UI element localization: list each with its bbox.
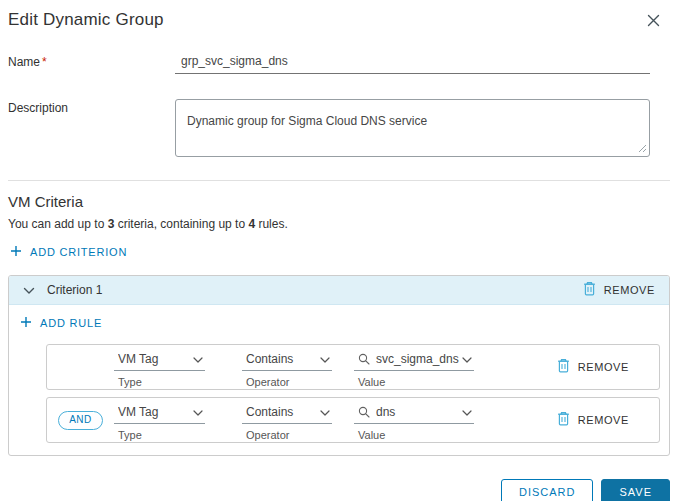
name-input[interactable] xyxy=(175,53,650,74)
rule-value-combobox[interactable]: dns xyxy=(354,405,474,424)
rule-value-value: svc_sigma_dns xyxy=(376,352,462,366)
rule-type-field: VM Tag Type xyxy=(114,398,205,441)
add-criterion-button[interactable]: ADD CRITERION xyxy=(10,245,127,259)
criteria-subtext: You can add up to 3 criteria, containing… xyxy=(8,217,670,231)
rule-operator-field: Contains Operator xyxy=(242,398,332,441)
plus-icon xyxy=(10,245,22,259)
criterion-title: Criterion 1 xyxy=(47,283,102,297)
trash-icon xyxy=(557,411,570,429)
rule-type-label: Type xyxy=(114,429,205,441)
rule-value-field: svc_sigma_dns Value xyxy=(354,345,474,388)
criterion-header[interactable]: Criterion 1 REMOVE xyxy=(9,276,669,305)
search-icon xyxy=(358,353,370,365)
description-textarea[interactable]: Dynamic group for Sigma Cloud DNS servic… xyxy=(175,99,650,157)
chevron-down-icon xyxy=(320,352,330,366)
description-label: Description xyxy=(8,99,175,115)
remove-rule-button[interactable]: REMOVE xyxy=(557,411,629,429)
chevron-down-icon xyxy=(320,405,330,419)
add-criterion-label: ADD CRITERION xyxy=(30,246,127,258)
close-button[interactable] xyxy=(645,12,662,29)
trash-icon xyxy=(557,358,570,376)
resize-handle-icon[interactable] xyxy=(638,144,647,153)
rule-type-select[interactable]: VM Tag xyxy=(114,405,205,424)
chevron-down-icon xyxy=(193,405,203,419)
subtext-part2: criteria, containing up to xyxy=(114,217,248,231)
add-rule-label: ADD RULE xyxy=(40,317,102,329)
rule-row: VM Tag Type Contains Operator xyxy=(46,344,660,390)
section-divider xyxy=(8,180,670,181)
chevron-down-icon xyxy=(462,352,472,366)
rule-operator-value: Contains xyxy=(246,405,320,419)
rule-operator-label: Operator xyxy=(242,429,332,441)
remove-rule-label: REMOVE xyxy=(578,414,629,426)
rule-operator-label: Operator xyxy=(242,376,332,388)
criterion-panel: Criterion 1 REMOVE ADD RULE VM Tag xyxy=(8,275,670,456)
chevron-down-icon xyxy=(462,405,472,419)
vm-criteria-heading: VM Criteria xyxy=(8,193,670,210)
subtext-part3: rules. xyxy=(255,217,288,231)
rule-operator-select[interactable]: Contains xyxy=(242,405,332,424)
plus-icon xyxy=(20,316,32,330)
rule-operator-value: Contains xyxy=(246,352,320,366)
rule-row: AND VM Tag Type Contains Opera xyxy=(46,397,660,443)
criterion-body: ADD RULE VM Tag Type Contains xyxy=(9,305,669,455)
search-icon xyxy=(358,406,370,418)
rule-value-value: dns xyxy=(376,405,462,419)
rule-value-label: Value xyxy=(354,429,474,441)
name-row: Name* xyxy=(8,53,670,74)
rule-type-select[interactable]: VM Tag xyxy=(114,352,205,371)
rule-type-field: VM Tag Type xyxy=(114,345,205,388)
close-icon xyxy=(647,15,660,30)
remove-rule-label: REMOVE xyxy=(578,361,629,373)
add-rule-button[interactable]: ADD RULE xyxy=(20,316,102,330)
dialog-footer: DISCARD SAVE xyxy=(8,479,670,501)
trash-icon xyxy=(583,281,596,299)
and-conjunction-badge[interactable]: AND xyxy=(58,411,103,430)
chevron-down-icon[interactable] xyxy=(23,281,35,299)
rule-operator-select[interactable]: Contains xyxy=(242,352,332,371)
rule-operator-field: Contains Operator xyxy=(242,345,332,388)
rule-type-value: VM Tag xyxy=(118,352,193,366)
chevron-down-icon xyxy=(193,352,203,366)
conjunction-slot: AND xyxy=(47,398,114,442)
page-title: Edit Dynamic Group xyxy=(8,10,164,30)
description-field-wrap: Dynamic group for Sigma Cloud DNS servic… xyxy=(175,99,650,157)
save-button[interactable]: SAVE xyxy=(601,479,670,501)
name-label: Name* xyxy=(8,53,175,69)
remove-rule-button[interactable]: REMOVE xyxy=(557,358,629,376)
subtext-part1: You can add up to xyxy=(8,217,108,231)
rule-value-field: dns Value xyxy=(354,398,474,441)
rule-value-label: Value xyxy=(354,376,474,388)
rule-type-label: Type xyxy=(114,376,205,388)
remove-criterion-label: REMOVE xyxy=(604,284,655,296)
required-marker: * xyxy=(42,55,47,69)
conjunction-slot xyxy=(47,345,114,389)
rule-value-combobox[interactable]: svc_sigma_dns xyxy=(354,352,474,371)
rule-type-value: VM Tag xyxy=(118,405,193,419)
dialog-header: Edit Dynamic Group xyxy=(8,10,670,30)
remove-criterion-button[interactable]: REMOVE xyxy=(583,281,655,299)
criterion-header-actions: REMOVE xyxy=(583,281,655,299)
discard-button[interactable]: DISCARD xyxy=(501,479,594,501)
description-row: Description Dynamic group for Sigma Clou… xyxy=(8,99,670,157)
name-label-text: Name xyxy=(8,55,40,69)
